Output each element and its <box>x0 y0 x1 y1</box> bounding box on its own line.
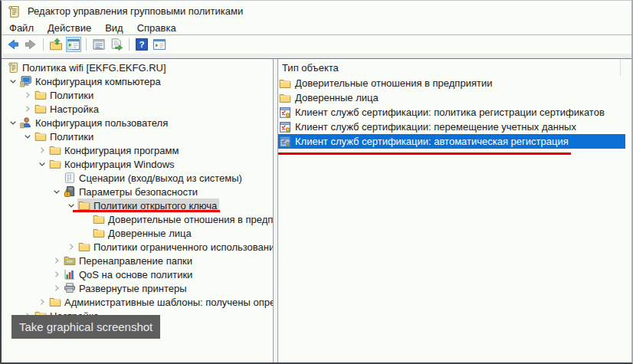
window-title: Редактор управления групповыми политикам… <box>28 5 243 17</box>
tree-item-label: Конфигурация пользователя <box>35 117 168 129</box>
tree-item-label: Политики <box>50 90 93 101</box>
script-icon <box>64 172 76 184</box>
menu-view[interactable]: Вид <box>98 21 130 34</box>
export-list-button[interactable] <box>109 37 124 52</box>
chevron-expanded-icon[interactable] <box>35 158 48 170</box>
column-header-object-type[interactable]: Тип объекта <box>278 59 621 76</box>
list-item-3[interactable]: Клиент служб сертификации: перемещение у… <box>278 120 625 134</box>
tree-item-11[interactable]: Доверительные отношения в предприятии <box>2 212 273 226</box>
chevron-collapsed-icon[interactable] <box>64 241 77 253</box>
back-button[interactable] <box>5 37 21 52</box>
computer-icon <box>20 75 32 87</box>
toolbar-separator <box>43 38 44 51</box>
tree-item-core: Доверительные отношения в предприятии <box>92 212 274 226</box>
chevron-collapsed-icon[interactable] <box>35 144 48 156</box>
folder-dark-icon <box>64 254 76 267</box>
chevron-collapsed-icon[interactable] <box>35 296 48 308</box>
tree-item-6[interactable]: Конфигурация программ <box>2 143 273 157</box>
tree-item-core: Параметры безопасности <box>63 185 200 198</box>
chevron-collapsed-icon[interactable] <box>21 89 34 101</box>
folder-icon <box>49 296 61 308</box>
chevron-collapsed-icon[interactable] <box>21 103 34 115</box>
tree-item-label: Доверенные лица <box>108 228 192 239</box>
chevron-collapsed-icon[interactable] <box>50 254 63 267</box>
tree-item-label: Административные шаблоны: получены опред… <box>64 297 274 308</box>
tree-item-17[interactable]: Административные шаблоны: получены опред… <box>2 295 273 309</box>
arrow-back-icon <box>6 38 20 51</box>
list-item-label: Клиент служб сертификации: автоматическа… <box>294 136 570 147</box>
chevron-expanded-icon[interactable] <box>50 185 63 198</box>
tree-item-core: Развернутые принтеры <box>63 281 189 295</box>
menu-action[interactable]: Действие <box>41 21 98 34</box>
help-button[interactable]: ? <box>134 37 149 52</box>
tree-item-core: Конфигурация компьютера <box>19 74 163 88</box>
tree-item-core: Политики открытого ключа <box>77 198 219 212</box>
printer-icon <box>64 282 76 294</box>
list-item-4[interactable]: Клиент служб сертификации: автоматическа… <box>278 134 625 149</box>
chevron-expanded-icon[interactable] <box>6 75 19 87</box>
tree-item-2[interactable]: Политики <box>2 88 273 102</box>
list-item-0[interactable]: Доверительные отношения в предприятии <box>278 76 625 90</box>
up-one-level-button[interactable] <box>48 37 64 52</box>
tree-item-5[interactable]: Политики <box>2 130 273 143</box>
toolbar: ? <box>2 35 631 54</box>
cert-icon <box>279 107 291 119</box>
export-list-icon <box>110 38 123 51</box>
tree-item-7[interactable]: Конфигурация Windows <box>2 157 273 171</box>
indent-spacer <box>79 213 92 225</box>
menu-file[interactable]: Файл <box>2 21 41 34</box>
tree-item-label: QoS на основе политики <box>79 269 192 280</box>
list-item-2[interactable]: Клиент служб сертификации: политика реги… <box>278 105 625 120</box>
tree-item-14[interactable]: Перенаправление папки <box>2 254 273 267</box>
tree-item-8[interactable]: Сценарии (вход/выход из системы) <box>2 171 273 185</box>
forward-button[interactable] <box>23 37 38 52</box>
cert-icon <box>279 121 291 133</box>
results-list-panel: Тип объекта Доверительные отношения в пр… <box>278 59 631 362</box>
tree-item-core: Конфигурация пользователя <box>19 116 170 130</box>
tree-item-label: Перенаправление папки <box>79 255 192 267</box>
tree-item-label: Настройка <box>50 103 99 115</box>
tree-item-3[interactable]: Настройка <box>2 102 273 116</box>
help-icon: ? <box>135 38 149 51</box>
list-item-label: Клиент служб сертификации: перемещение у… <box>294 121 578 133</box>
folder-icon <box>34 130 47 143</box>
show-console-tree-button[interactable] <box>66 37 81 52</box>
chevron-expanded-icon[interactable] <box>64 199 77 212</box>
tree-item-core: Настройка <box>34 102 101 116</box>
folder-icon <box>93 227 105 239</box>
user-icon <box>20 116 32 129</box>
tree-item-core: Политики <box>34 88 96 102</box>
show-action-pane-button[interactable] <box>152 37 167 52</box>
tree-item-core: Политики <box>34 130 96 143</box>
qos-icon <box>64 268 76 280</box>
screenshot-tooltip: Take graphical screenshot <box>11 315 160 339</box>
chevron-collapsed-icon[interactable] <box>50 282 63 294</box>
menu-help[interactable]: Справка <box>130 21 183 34</box>
folder-icon <box>34 103 47 115</box>
tree-item-1[interactable]: Конфигурация компьютера <box>2 74 273 88</box>
tree-item-4[interactable]: Конфигурация пользователя <box>2 116 273 130</box>
properties-button[interactable] <box>91 37 107 52</box>
folder-icon <box>279 77 291 90</box>
tree-item-12[interactable]: Доверенные лица <box>2 226 273 240</box>
properties-icon <box>92 38 106 51</box>
tree-item-core: QoS на основе политики <box>63 267 195 281</box>
action-pane-icon <box>153 38 166 51</box>
tree-item-9[interactable]: Параметры безопасности <box>2 185 273 198</box>
gpo-scroll-icon <box>7 61 19 74</box>
arrow-forward-icon <box>24 38 38 51</box>
tree-item-13[interactable]: Политики ограниченного использования <box>2 240 273 254</box>
tree-item-label: Развернутые принтеры <box>79 283 187 294</box>
tree-item-0[interactable]: Политика wifi [EKFG.EKFG.RU] <box>2 61 273 74</box>
chevron-collapsed-icon[interactable] <box>50 268 63 280</box>
toolbar-band <box>2 54 631 59</box>
tree-item-10[interactable]: Политики открытого ключа <box>2 198 273 212</box>
results-list: Доверительные отношения в предприятииДов… <box>278 76 631 149</box>
list-item-1[interactable]: Доверенные лица <box>278 90 625 105</box>
tree-item-16[interactable]: Развернутые принтеры <box>2 281 273 295</box>
chevron-expanded-icon[interactable] <box>21 130 34 143</box>
chevron-expanded-icon[interactable] <box>6 116 19 129</box>
gpo-scroll-icon <box>7 5 21 18</box>
console-tree-icon <box>67 38 80 51</box>
tree-item-15[interactable]: QoS на основе политики <box>2 267 273 281</box>
